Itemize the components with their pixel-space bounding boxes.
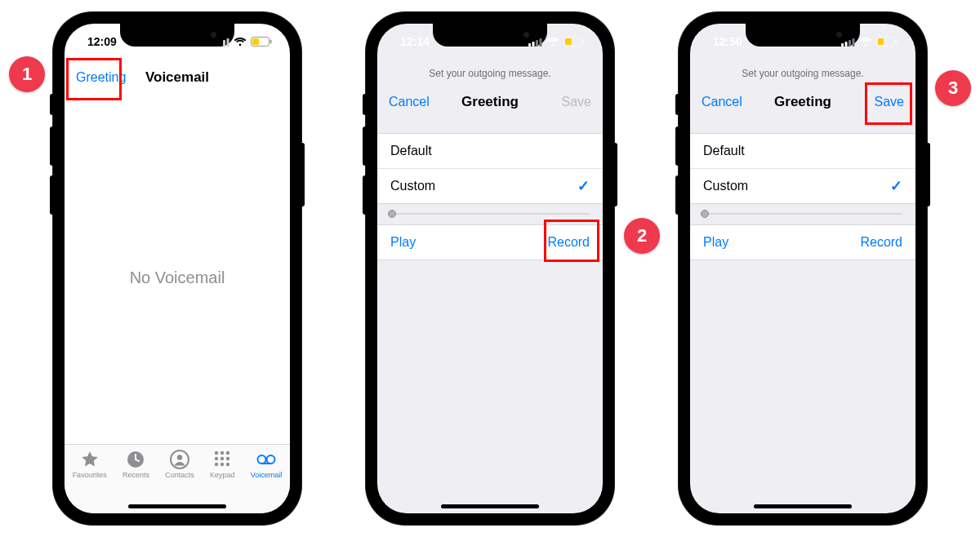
status-right-icons xyxy=(216,37,272,47)
svg-rect-25 xyxy=(540,38,542,47)
home-indicator[interactable] xyxy=(441,504,539,508)
greeting-options: Default Custom ✓ xyxy=(377,133,603,204)
voicemail-icon xyxy=(256,450,276,469)
svg-point-9 xyxy=(177,455,182,459)
cancel-button[interactable]: Cancel xyxy=(690,84,754,120)
svg-rect-34 xyxy=(878,38,884,45)
svg-point-14 xyxy=(220,457,224,460)
greeting-options: Default Custom ✓ xyxy=(690,133,915,204)
option-label: Default xyxy=(390,144,432,158)
playback-slider[interactable] xyxy=(703,213,902,215)
record-button[interactable]: Record xyxy=(860,235,902,250)
highlight-greeting xyxy=(66,58,122,100)
cancel-button[interactable]: Cancel xyxy=(377,84,441,120)
battery-icon xyxy=(564,37,585,47)
svg-rect-32 xyxy=(853,38,855,47)
instruction-text: Set your outgoing message. xyxy=(690,68,915,79)
svg-rect-35 xyxy=(896,40,898,44)
svg-rect-5 xyxy=(252,38,259,45)
status-bar: 12:14 xyxy=(377,24,603,60)
checkmark-icon: ✓ xyxy=(890,177,902,195)
nav-title: Greeting xyxy=(461,94,519,110)
status-right-icons xyxy=(841,37,898,47)
nav-bar: Cancel Greeting Save xyxy=(377,84,603,120)
svg-rect-0 xyxy=(216,43,218,47)
status-bar: 12:50 xyxy=(690,24,915,60)
svg-rect-24 xyxy=(536,40,538,47)
annotation-2: 2 xyxy=(624,218,660,254)
keypad-icon xyxy=(212,450,232,469)
tab-label: Contacts xyxy=(165,471,194,479)
wifi-icon xyxy=(859,37,872,47)
svg-point-17 xyxy=(220,463,224,466)
cellular-icon xyxy=(841,38,855,47)
highlight-save xyxy=(865,82,912,125)
instruction-text: Set your outgoing message. xyxy=(377,68,603,79)
option-label: Custom xyxy=(703,179,748,193)
cellular-icon xyxy=(528,38,542,47)
wifi-icon xyxy=(234,37,247,47)
svg-rect-22 xyxy=(528,43,531,47)
nav-title: Greeting xyxy=(774,94,831,110)
slider-thumb[interactable] xyxy=(701,210,709,218)
option-label: Custom xyxy=(390,179,435,193)
nav-title: Voicemail xyxy=(145,69,209,86)
svg-point-11 xyxy=(220,451,224,455)
tab-contacts[interactable]: Contacts xyxy=(165,450,194,479)
tab-recents[interactable]: Recents xyxy=(122,450,149,479)
svg-point-10 xyxy=(215,451,218,455)
status-time: 12:14 xyxy=(400,35,430,48)
svg-rect-30 xyxy=(845,42,848,47)
svg-point-18 xyxy=(226,463,229,466)
checkmark-icon: ✓ xyxy=(577,177,590,195)
svg-rect-2 xyxy=(223,40,225,47)
tab-favourites[interactable]: Favourites xyxy=(73,450,107,479)
svg-rect-23 xyxy=(532,42,535,47)
cellular-icon xyxy=(216,38,229,47)
person-icon xyxy=(170,450,189,469)
status-time: 12:09 xyxy=(87,35,117,48)
phone-greeting-save: 12:50 Set your outgoing message. Cancel … xyxy=(679,12,927,525)
option-default[interactable]: Default xyxy=(377,134,603,168)
option-custom[interactable]: Custom ✓ xyxy=(690,168,915,203)
phone-greeting-record: 12:14 Set your outgoing message. Cancel … xyxy=(366,12,614,525)
status-time: 12:50 xyxy=(713,35,742,48)
svg-rect-3 xyxy=(227,38,229,47)
wifi-icon xyxy=(546,37,559,47)
tab-bar: Favourites Recents Contacts Keypad Voice… xyxy=(65,444,290,513)
svg-rect-1 xyxy=(220,42,222,47)
highlight-record xyxy=(544,220,599,262)
tab-keypad[interactable]: Keypad xyxy=(210,450,235,479)
option-default[interactable]: Default xyxy=(690,134,915,168)
clock-icon xyxy=(126,450,145,469)
home-indicator[interactable] xyxy=(128,504,226,508)
tab-label: Recents xyxy=(122,471,149,479)
playback-controls: Play Record xyxy=(690,224,915,260)
svg-point-20 xyxy=(267,455,275,464)
svg-rect-31 xyxy=(849,40,851,47)
tab-voicemail[interactable]: Voicemail xyxy=(251,450,283,479)
svg-point-16 xyxy=(215,463,218,466)
play-button[interactable]: Play xyxy=(390,235,416,250)
playback-slider[interactable] xyxy=(390,213,590,215)
tab-label: Favourites xyxy=(73,471,107,479)
save-button-disabled: Save xyxy=(550,84,603,120)
svg-point-15 xyxy=(226,457,229,460)
home-indicator[interactable] xyxy=(754,504,852,508)
option-label: Default xyxy=(703,144,745,158)
svg-rect-28 xyxy=(583,40,585,44)
empty-state-text: No Voicemail xyxy=(65,268,290,287)
svg-point-12 xyxy=(226,451,229,455)
svg-rect-6 xyxy=(270,40,272,44)
slider-thumb[interactable] xyxy=(388,210,396,218)
svg-point-13 xyxy=(215,457,218,460)
status-right-icons xyxy=(528,37,585,47)
svg-rect-27 xyxy=(565,38,572,45)
play-button[interactable]: Play xyxy=(703,235,728,250)
option-custom[interactable]: Custom ✓ xyxy=(377,168,603,203)
star-icon xyxy=(80,450,100,469)
tab-label: Keypad xyxy=(210,471,235,479)
svg-rect-29 xyxy=(841,43,844,47)
status-bar: 12:09 xyxy=(65,24,290,60)
annotation-3: 3 xyxy=(935,70,971,106)
